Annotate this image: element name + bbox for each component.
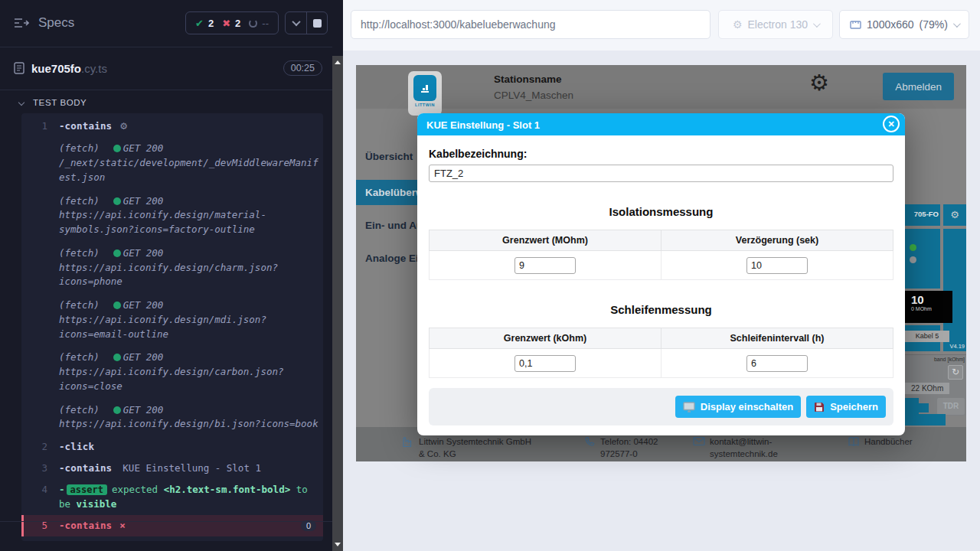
- status-led-green: [910, 244, 916, 251]
- footer-phone: Telefon: 04402 972577-0: [584, 435, 670, 460]
- test-body-section[interactable]: TEST BODY: [0, 94, 332, 111]
- log-fetch-entry[interactable]: (fetch)GET 200https://api.iconify.design…: [21, 399, 323, 437]
- station-name-value: CPLV4_Maschen: [494, 90, 573, 101]
- slot-version: V4.19: [949, 343, 965, 350]
- app-under-test: Stationsname CPLV4_Maschen ⚙ Abmelden LI…: [356, 65, 966, 461]
- viewport-size: 1000x660: [867, 18, 914, 31]
- slot-card: 705-FO ⚙ 10 0 MOhm Kabel 5 V4.19 band [k…: [905, 204, 966, 416]
- status-dot-icon: [113, 302, 121, 309]
- monitor-icon: [683, 402, 695, 412]
- status-dot-icon: [113, 406, 121, 414]
- url-input[interactable]: http://localhost:3000/kabelueberwachung: [351, 10, 710, 39]
- browser-select[interactable]: ⚙ Electron 130: [718, 10, 833, 39]
- iso-col-grenzwert: Grenzwert (MOhm): [430, 230, 662, 251]
- specs-menu-icon[interactable]: [14, 17, 29, 29]
- slot-kabel-label: Kabel 5: [905, 331, 949, 342]
- status-led-gray: [910, 256, 916, 263]
- slot-resistance: 22 KOhm: [905, 383, 949, 394]
- phone-icon: [584, 436, 596, 448]
- command-row[interactable]: 5-contains×0: [21, 515, 323, 536]
- stats-failed: ✖ 2: [222, 18, 240, 29]
- command-row[interactable]: 1-contains⚙: [21, 116, 323, 137]
- footer-email: kontakt@littwin-systemtechnik.de: [693, 435, 791, 460]
- error-count-badge: 0: [301, 520, 316, 531]
- nav-item-analoge-eingaenge[interactable]: Analoge Eingänge: [365, 253, 417, 264]
- littwin-logo: LITTWIN: [408, 71, 442, 116]
- nav-item-uebersicht[interactable]: Übersicht: [365, 151, 417, 162]
- loop-col-intervall: Schleifenintervall (h): [662, 328, 893, 349]
- check-icon: ✔: [195, 18, 204, 29]
- display-on-button[interactable]: Display einschalten: [675, 396, 801, 418]
- cross-icon: ✖: [222, 18, 230, 29]
- save-button[interactable]: Speichern: [806, 396, 886, 418]
- spec-file-icon: [14, 62, 24, 74]
- preview-pane: http://localhost:3000/kabelueberwachung …: [343, 0, 980, 551]
- close-icon[interactable]: ✕: [883, 116, 900, 132]
- log-fetch-entry[interactable]: (fetch)GET 200https://api.iconify.design…: [21, 294, 323, 346]
- settings-gear-icon[interactable]: ⚙: [809, 72, 829, 94]
- stop-button[interactable]: [306, 12, 327, 34]
- tdr-button[interactable]: TDR: [937, 398, 965, 415]
- log-fetch-entry[interactable]: (fetch)GET 200https://api.iconify.design…: [21, 242, 323, 294]
- command-log: 1-contains⚙(fetch)GET 200/_next/static/d…: [21, 113, 323, 541]
- loop-intervall-input[interactable]: [746, 355, 808, 372]
- logout-button[interactable]: Abmelden: [883, 73, 954, 100]
- footer-manuals[interactable]: Handbücher: [848, 435, 913, 448]
- scroll-down-icon[interactable]: [335, 543, 341, 546]
- modal-footer: Display einschalten Speichern: [429, 388, 893, 425]
- collapse-runs-button[interactable]: [286, 12, 306, 34]
- browser-label: Electron 130: [747, 18, 808, 31]
- viewport-zoom: (79%): [920, 18, 948, 31]
- specs-title[interactable]: Specs: [38, 15, 74, 31]
- command-row[interactable]: 2-click: [21, 436, 323, 458]
- footer-company: Littwin Systemtechnik GmbH & Co. KG: [402, 435, 534, 460]
- viewport-select[interactable]: 1000x660 (79%): [839, 10, 969, 39]
- modal-title: KUE Einstellung - Slot 1: [426, 119, 540, 131]
- cable-name-input[interactable]: [429, 165, 893, 182]
- slot-card-title: 705-FO: [905, 210, 939, 218]
- divider: [0, 47, 332, 47]
- app-header: Stationsname CPLV4_Maschen ⚙ Abmelden: [356, 65, 966, 109]
- email-icon: [693, 436, 705, 446]
- refresh-icon[interactable]: ↻: [948, 365, 963, 380]
- status-dot-icon: [113, 354, 121, 361]
- ruler-icon: [850, 19, 861, 30]
- iso-verzoegerung-input[interactable]: [746, 257, 808, 274]
- modal-header: KUE Einstellung - Slot 1 ✕: [417, 113, 905, 135]
- spec-file-name: kue705fo: [31, 62, 81, 75]
- log-fetch-entry[interactable]: (fetch)GET 200https://api.iconify.design…: [21, 346, 323, 398]
- nav-item-ein-ausgaenge[interactable]: Ein- und Ausgänge: [365, 220, 417, 231]
- chevron-down-icon: [953, 20, 961, 28]
- chevron-down-icon: [18, 99, 24, 106]
- reporter-header: Specs ✔ 2 ✖ 2 --: [0, 11, 332, 35]
- status-dot-icon: [113, 197, 121, 205]
- iso-grenzwert-input[interactable]: [514, 257, 576, 274]
- spec-duration-badge: 00:25: [283, 60, 322, 76]
- pending-icon: [249, 19, 257, 28]
- loop-grenzwert-input[interactable]: [514, 355, 576, 372]
- log-fetch-entry[interactable]: (fetch)GET 200/_next/static/development/…: [21, 137, 323, 189]
- book-icon: [848, 436, 860, 447]
- scroll-up-icon[interactable]: [335, 60, 341, 64]
- littwin-logo-mark: [413, 75, 436, 101]
- loop-col-grenzwert: Grenzwert (kOhm): [430, 328, 662, 349]
- loop-section-title: Schleifenmessung: [429, 303, 893, 316]
- reporter-panel: Specs ✔ 2 ✖ 2 --: [0, 0, 343, 551]
- chevron-down-icon: [813, 20, 821, 28]
- isolation-section-title: Isolationsmessung: [429, 205, 893, 218]
- command-row[interactable]: 3-containsKUE Einstellung - Slot 1: [21, 458, 323, 479]
- cypress-window: Specs ✔ 2 ✖ 2 --: [0, 0, 980, 551]
- spec-file-row[interactable]: kue705fo .cy.ts 00:25: [0, 54, 332, 82]
- command-row-assert[interactable]: 4-assertexpected <h2.text-sm.font-bold> …: [21, 479, 323, 515]
- slot-gear-icon[interactable]: ⚙: [950, 209, 959, 220]
- test-stats: ✔ 2 ✖ 2 --: [185, 11, 279, 34]
- stats-passed: ✔ 2: [195, 18, 214, 29]
- nav-item-kabelueberwachung[interactable]: Kabelüberwachung: [356, 180, 417, 205]
- reporter-scrollbar[interactable]: [332, 56, 343, 551]
- slot-band-label: band [kOhm]: [934, 357, 965, 362]
- loop-table: Grenzwert (kOhm) Schleifenintervall (h): [429, 328, 893, 378]
- log-fetch-entry[interactable]: (fetch)GET 200https://api.iconify.design…: [21, 190, 323, 242]
- gear-icon: ⚙: [119, 121, 128, 132]
- divider: [0, 521, 332, 522]
- cable-name-label: Kabelbezeichnung:: [429, 148, 893, 160]
